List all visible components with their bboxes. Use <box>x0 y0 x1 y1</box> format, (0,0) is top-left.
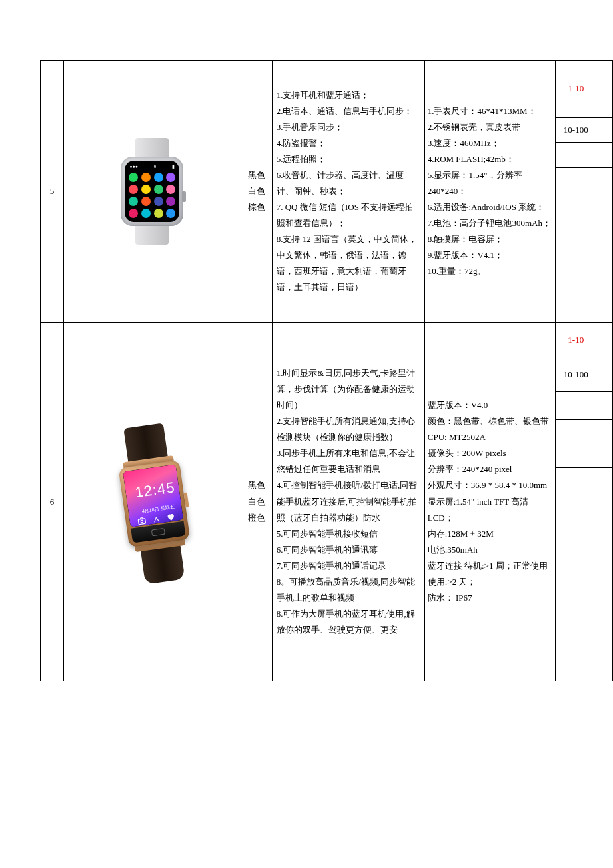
empty-cell <box>556 468 613 681</box>
watch-status-bar: ●●● 9 ▮ <box>128 163 176 170</box>
watch-case: ●●● 9 ▮ <box>121 157 183 226</box>
app-icon <box>141 197 151 206</box>
qty-tier: 10-100 <box>556 357 596 392</box>
signal-icon: ●●● <box>129 163 138 171</box>
price-cell <box>596 168 613 209</box>
watch-crown-icon <box>182 191 186 202</box>
watch-illustration: ●●● 9 ▮ <box>115 138 189 245</box>
qty-tier: 1-10 <box>556 323 596 357</box>
price-cell <box>596 357 613 392</box>
row-id: 6 <box>41 323 64 681</box>
empty-cell <box>556 209 613 323</box>
svg-rect-0 <box>138 518 145 524</box>
price-cell <box>596 420 613 468</box>
color-cell: 黑色 白色 棕色 <box>241 61 272 323</box>
app-icon <box>129 173 138 182</box>
watch-screen: 12:45 4月18日 星期五 <box>123 464 183 527</box>
app-icon <box>129 197 138 206</box>
watch-case: 12:45 4月18日 星期五 <box>119 459 191 547</box>
app-icon <box>129 185 138 194</box>
table-row: 5 ●●● 9 ▮ <box>41 61 613 118</box>
watch-illustration: 12:45 4月18日 星期五 <box>85 418 219 585</box>
specs-cell: 蓝牙版本：V4.0 颜色：黑色带、棕色带、银色带 CPU: MT2502A 摄像… <box>424 323 555 681</box>
specs-cell: 1.手表尺寸：46*41*13MM； 2.不锈钢表壳，真皮表带 3.速度：460… <box>424 61 555 323</box>
app-icon <box>141 209 151 218</box>
price-cell <box>596 118 613 143</box>
heart-icon <box>166 511 177 522</box>
product-image-cell: ●●● 9 ▮ <box>63 61 241 323</box>
svg-point-1 <box>141 519 143 522</box>
app-icon <box>166 173 175 182</box>
app-icon <box>154 173 163 182</box>
home-button-icon <box>151 527 165 536</box>
qty-tier <box>556 392 596 420</box>
app-icon <box>141 173 151 182</box>
watch-time: 9 <box>154 163 157 171</box>
price-cell <box>596 143 613 168</box>
product-table: 5 ●●● 9 ▮ <box>40 60 613 681</box>
app-icon <box>166 185 175 194</box>
watch-side-button <box>184 492 189 507</box>
qty-tier <box>556 143 596 168</box>
table-row: 6 12:45 4月18日 星期五 <box>41 323 613 357</box>
watch-screen: ●●● 9 ▮ <box>125 161 179 222</box>
app-icon <box>154 197 163 206</box>
features-cell: 1.时间显示&日历,同步天气,卡路里计算，步伐计算（为你配备健康的运动时间） 2… <box>272 323 424 681</box>
app-icon <box>154 185 163 194</box>
price-cell <box>596 392 613 420</box>
color-cell: 黑色 白色 橙色 <box>241 323 272 681</box>
qty-tier <box>556 420 596 468</box>
price-cell <box>596 61 613 118</box>
app-icon <box>141 185 151 194</box>
product-image-cell: 12:45 4月18日 星期五 <box>63 323 241 681</box>
app-icon <box>166 209 175 218</box>
step-icon <box>151 513 162 524</box>
qty-tier: 1-10 <box>556 61 596 118</box>
row-id: 5 <box>41 61 64 323</box>
features-cell: 1.支持耳机和蓝牙通话； 2.电话本、通话、信息与手机同步； 3.手机音乐同步；… <box>272 61 424 323</box>
app-icon <box>154 209 163 218</box>
price-cell <box>596 323 613 357</box>
app-icon <box>166 197 175 206</box>
app-icon <box>129 209 138 218</box>
qty-tier <box>556 168 596 209</box>
battery-icon: ▮ <box>172 163 175 171</box>
camera-icon <box>137 515 147 526</box>
qty-tier: 10-100 <box>556 118 596 143</box>
